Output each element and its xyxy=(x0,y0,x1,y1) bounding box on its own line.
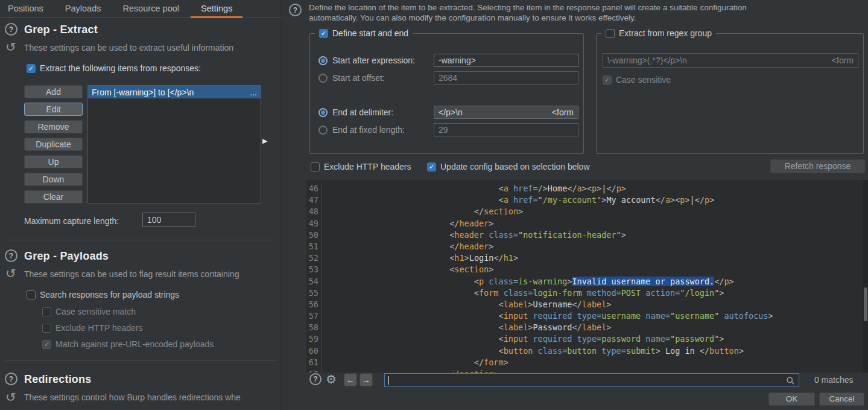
end-length-row: End at fixed length: xyxy=(318,125,405,135)
reset-section-icon[interactable]: ↺ xyxy=(5,391,16,403)
reset-section-icon[interactable]: ↺ xyxy=(5,41,16,53)
start-expression-radio[interactable] xyxy=(318,56,328,65)
dialog-exclude-headers-checkbox[interactable] xyxy=(311,162,320,171)
help-icon[interactable]: ? xyxy=(289,4,302,16)
update-config-checkbox[interactable] xyxy=(427,162,436,171)
code-line[interactable]: 56 <label>Username</label> xyxy=(306,299,864,310)
code-text: <label>Username</label> xyxy=(322,299,611,310)
match-preencoded-checkbox[interactable] xyxy=(42,340,51,349)
code-text: <a href=/>Home</a><p>|</p> xyxy=(322,183,626,194)
line-number: 56 xyxy=(306,299,322,310)
code-line[interactable]: 58 <label>Password</label> xyxy=(306,322,864,333)
define-start-end-checkbox[interactable] xyxy=(319,29,328,38)
regex-case-checkbox[interactable] xyxy=(603,75,612,85)
end-delimiter-input[interactable]: </p>\n <form xyxy=(434,106,578,119)
code-text: </form> xyxy=(322,357,508,368)
ok-button[interactable]: OK xyxy=(768,392,815,406)
arrow-right-icon: → xyxy=(362,375,370,385)
code-line[interactable]: 60 <button class=button type=submit> Log… xyxy=(306,345,864,357)
extract-items-list[interactable]: From [-warning>] to [</p>\n ... xyxy=(87,85,261,203)
search-input[interactable] xyxy=(384,373,799,387)
clear-button[interactable]: Clear xyxy=(24,190,83,203)
start-expression-input[interactable]: -warning> xyxy=(434,54,578,67)
intruder-tab-bar: Positions Payloads Resource pool Setting… xyxy=(0,0,282,18)
line-number: 51 xyxy=(306,241,322,252)
line-number: 54 xyxy=(306,276,322,287)
case-sensitive-checkbox[interactable] xyxy=(42,307,51,316)
max-capture-input[interactable]: 100 xyxy=(142,213,195,227)
code-text: <h1>Login</h1> xyxy=(322,252,518,264)
search-next-button[interactable]: → xyxy=(360,373,373,386)
help-icon[interactable]: ? xyxy=(5,23,17,36)
response-editor[interactable]: 46 <a href=/>Home</a><p>|</p>47 <a href=… xyxy=(306,180,864,373)
exclude-headers-checkbox[interactable] xyxy=(42,324,51,333)
search-settings-gear-icon[interactable]: ⚙ xyxy=(326,373,337,385)
up-button[interactable]: Up xyxy=(24,155,83,168)
line-number: 50 xyxy=(306,229,322,241)
start-offset-radio[interactable] xyxy=(318,74,328,83)
code-line[interactable]: 51 </header> xyxy=(306,241,864,252)
tab-settings[interactable]: Settings xyxy=(199,0,234,18)
search-responses-checkbox[interactable] xyxy=(27,290,36,299)
code-line[interactable]: 54 <p class=is-warning>Invalid username … xyxy=(306,276,864,287)
code-line[interactable]: 48 </section> xyxy=(306,206,864,217)
end-length-radio[interactable] xyxy=(318,126,328,135)
section-title-redirections: Redirections xyxy=(24,373,91,386)
redirections-description: These settings control how Burp handles … xyxy=(24,392,279,402)
code-line[interactable]: 62 </section> xyxy=(306,368,864,373)
define-extract-grep-item-dialog: ? Define the location of the item to be … xyxy=(282,0,868,410)
duplicate-button[interactable]: Duplicate xyxy=(24,138,83,151)
line-number: 59 xyxy=(306,333,322,345)
caret-right-icon: ▶ xyxy=(262,137,267,145)
regex-input[interactable]: \-warning>(.*?)</p>\n <form xyxy=(603,53,858,68)
edit-button[interactable]: Edit xyxy=(24,103,83,116)
code-text: </header> xyxy=(322,218,493,229)
end-length-label: End at fixed length: xyxy=(332,125,405,135)
tab-resource-pool[interactable]: Resource pool xyxy=(121,0,182,18)
regex-group-groupbox: Extract from regex group \-warning>(.*?)… xyxy=(596,33,864,154)
tab-positions[interactable]: Positions xyxy=(6,0,45,18)
code-line[interactable]: 52 <h1>Login</h1> xyxy=(306,252,864,264)
end-delimiter-radio[interactable] xyxy=(318,108,328,117)
extract-item-selected[interactable]: From [-warning>] to [</p>\n ... xyxy=(88,86,261,98)
code-line[interactable]: 50 <header class="notification-header"> xyxy=(306,229,864,241)
line-number: 60 xyxy=(306,345,322,357)
code-line[interactable]: 61 </form> xyxy=(306,357,864,368)
code-line[interactable]: 53 <section> xyxy=(306,264,864,275)
search-responses-row: Search responses for payload strings xyxy=(27,290,179,299)
code-line[interactable]: 46 <a href=/>Home</a><p>|</p> xyxy=(306,183,864,194)
remove-button[interactable]: Remove xyxy=(24,120,83,133)
extract-items-checkbox[interactable] xyxy=(27,64,36,73)
dialog-exclude-headers-label: Exclude HTTP headers xyxy=(324,162,411,171)
start-offset-input[interactable]: 2684 xyxy=(434,71,578,85)
end-delimiter-label: End at delimiter: xyxy=(332,107,393,117)
down-button[interactable]: Down xyxy=(24,173,83,186)
scrollbar-thumb[interactable] xyxy=(864,287,867,321)
code-text: <section> xyxy=(322,264,493,275)
search-previous-button[interactable]: ← xyxy=(344,373,357,386)
code-line[interactable]: 49 </header> xyxy=(306,218,864,229)
code-line[interactable]: 47 <a href="/my-account">My account</a><… xyxy=(306,194,864,206)
code-line[interactable]: 55 <form class=login-form method=POST ac… xyxy=(306,287,864,299)
tab-payloads[interactable]: Payloads xyxy=(63,0,103,18)
line-number: 49 xyxy=(306,218,322,229)
add-button[interactable]: Add xyxy=(24,85,83,98)
regex-group-checkbox[interactable] xyxy=(606,29,615,38)
editor-scrollbar[interactable] xyxy=(863,180,868,373)
code-text: <form class=login-form method=POST actio… xyxy=(322,287,724,299)
selected-text: Invalid username or password. xyxy=(572,277,714,286)
reset-section-icon[interactable]: ↺ xyxy=(5,267,16,280)
search-icon xyxy=(786,376,795,385)
end-length-input[interactable]: 29 xyxy=(434,123,578,136)
code-text: </section> xyxy=(322,206,523,217)
line-number: 62 xyxy=(306,368,322,373)
code-line[interactable]: 57 <input required type=username name="u… xyxy=(306,310,864,322)
help-icon[interactable]: ? xyxy=(5,249,17,262)
help-icon[interactable]: ? xyxy=(5,373,17,385)
match-preencoded-row: Match against pre-URL-encoded payloads xyxy=(42,339,214,349)
search-help-icon[interactable]: ? xyxy=(309,373,322,385)
cancel-button[interactable]: Cancel xyxy=(819,392,864,406)
refetch-response-button[interactable]: Refetch response xyxy=(770,159,865,173)
code-line[interactable]: 59 <input required type=password name="p… xyxy=(306,333,864,345)
section-title-grep-extract: Grep - Extract xyxy=(24,24,98,36)
